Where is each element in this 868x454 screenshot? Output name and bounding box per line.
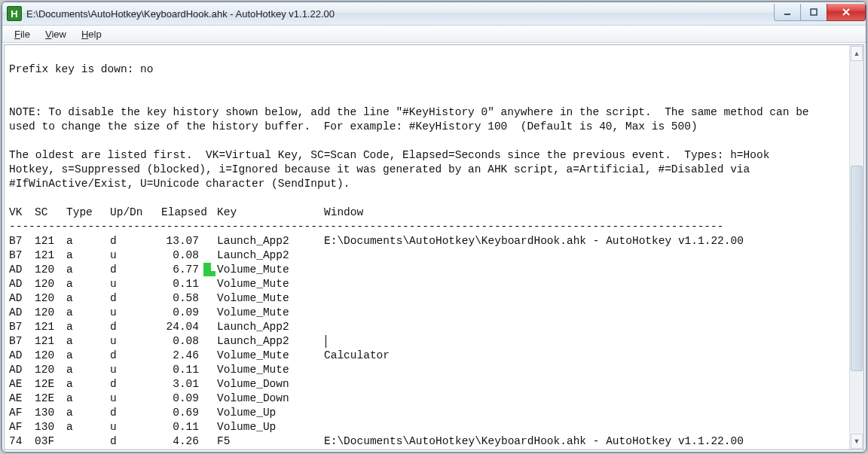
cell-key: Volume_Up: [217, 420, 324, 434]
cell-vk: B7: [9, 234, 35, 248]
scroll-down-button[interactable]: ▼: [851, 434, 863, 449]
scroll-up-button[interactable]: ▲: [851, 46, 863, 61]
table-row: B7121au0.08Launch_App2: [9, 248, 845, 263]
cell-sc: 12E: [35, 377, 66, 392]
col-vk: VK: [9, 206, 35, 220]
table-row: AD120au0.11Volume_Mute: [9, 363, 845, 377]
cell-type: a: [66, 363, 110, 377]
cell-key: Launch_App2: [217, 234, 324, 248]
cell-sc: 130: [35, 406, 66, 420]
maximize-button[interactable]: [800, 4, 827, 21]
cell-window: [324, 406, 845, 420]
cell-sc: 121: [35, 234, 66, 248]
cell-type: a: [66, 263, 110, 277]
scroll-thumb[interactable]: [851, 166, 863, 371]
cell-key: Volume_Mute: [217, 291, 324, 306]
cell-updn: u: [110, 277, 161, 291]
cell-updn: u: [110, 248, 161, 263]
cell-elapsed: 0.11: [161, 277, 217, 291]
cell-key: Volume_Mute: [217, 349, 324, 363]
maximize-icon: [809, 8, 818, 17]
cell-vk: AD: [9, 363, 35, 377]
table-row: 7403Fd4.26F5E:\Documents\AutoHotkey\Keyb…: [9, 434, 845, 449]
note-text: used to change the size of the history b…: [9, 120, 698, 133]
cell-vk: AD: [9, 306, 35, 320]
minimize-button[interactable]: [774, 4, 801, 21]
table-row: AD120au0.09Volume_Mute: [9, 306, 845, 320]
menu-help[interactable]: Help: [74, 27, 109, 41]
menu-file[interactable]: File: [7, 27, 38, 41]
cell-window: [324, 263, 845, 277]
footer-hint: Press [F5] to refresh.: [9, 449, 153, 450]
app-window: H E:\Documents\AutoHotkey\KeyboardHook.a…: [2, 2, 866, 452]
titlebar[interactable]: H E:\Documents\AutoHotkey\KeyboardHook.a…: [2, 2, 866, 26]
cell-updn: u: [110, 306, 161, 320]
cell-sc: 120: [35, 263, 66, 277]
cell-type: a: [66, 291, 110, 306]
scroll-track[interactable]: [850, 62, 863, 433]
col-elapsed: Elapsed: [161, 206, 217, 220]
cell-updn: u: [110, 363, 161, 377]
cell-updn: d: [110, 291, 161, 306]
cell-elapsed: 0.08: [161, 248, 217, 263]
cell-window: [324, 277, 845, 291]
cell-sc: 120: [35, 363, 66, 377]
table-row: AD120ad2.46Volume_MuteCalculator: [9, 349, 845, 363]
cell-updn: u: [110, 392, 161, 406]
cell-vk: 74: [9, 434, 35, 449]
cell-vk: B7: [9, 248, 35, 263]
cell-type: a: [66, 334, 110, 349]
cell-window: [324, 377, 845, 392]
cell-elapsed: 0.69: [161, 406, 217, 420]
cell-vk: AF: [9, 406, 35, 420]
legend-text: Hotkey, s=Suppressed (blocked), i=Ignore…: [9, 163, 750, 175]
menubar: File View Help: [2, 26, 866, 43]
cell-type: a: [66, 306, 110, 320]
cell-elapsed: 3.01: [161, 377, 217, 392]
cell-type: a: [66, 420, 110, 434]
window-title: E:\Documents\AutoHotkey\KeyboardHook.ahk…: [26, 8, 775, 20]
cell-updn: d: [110, 320, 161, 334]
cell-elapsed: 0.58: [161, 291, 217, 306]
cell-vk: AF: [9, 420, 35, 434]
table-row: AE12Ead3.01Volume_Down: [9, 377, 845, 392]
cell-sc: 03F: [35, 434, 66, 449]
menu-view[interactable]: View: [38, 27, 74, 41]
cell-type: a: [66, 349, 110, 363]
cell-window: [324, 306, 845, 320]
col-type: Type: [66, 206, 110, 220]
cell-window: [324, 248, 845, 263]
close-button[interactable]: [827, 4, 866, 21]
table-row: AD120au0.11Volume_Mute: [9, 277, 845, 291]
legend-text: The oldest are listed first. VK=Virtual …: [9, 149, 769, 161]
cell-vk: AD: [9, 291, 35, 306]
cell-type: a: [66, 277, 110, 291]
cell-vk: AE: [9, 392, 35, 406]
window-controls: [775, 4, 866, 20]
cell-window: [324, 291, 845, 306]
table-row: AF130ad0.69Volume_Up: [9, 406, 845, 420]
col-updn: Up/Dn: [110, 206, 161, 220]
cell-type: a: [66, 248, 110, 263]
cell-key: F5: [217, 434, 324, 449]
cell-key: Volume_Mute: [217, 363, 324, 377]
cell-key: Launch_App2: [217, 334, 324, 349]
cell-window: [324, 320, 845, 334]
text-content[interactable]: Prefix key is down: no NOTE: To disable …: [5, 45, 850, 449]
cell-key: Volume_Down: [217, 377, 324, 392]
cell-vk: AD: [9, 263, 35, 277]
cell-elapsed: 0.11: [161, 363, 217, 377]
client-area: Prefix key is down: no NOTE: To disable …: [4, 44, 864, 450]
cell-elapsed: 0.11: [161, 420, 217, 434]
cell-key: Volume_Down: [217, 392, 324, 406]
cell-window: [324, 392, 845, 406]
cell-updn: d: [110, 377, 161, 392]
cell-elapsed: 0.09: [161, 306, 217, 320]
cell-window: [324, 420, 845, 434]
cell-elapsed: 0.08: [161, 334, 217, 349]
vertical-scrollbar[interactable]: ▲ ▼: [849, 45, 863, 449]
cell-window: E:\Documents\AutoHotkey\KeyboardHook.ahk…: [324, 434, 845, 449]
cell-vk: B7: [9, 320, 35, 334]
cell-type: a: [66, 234, 110, 248]
app-icon: H: [7, 6, 22, 21]
